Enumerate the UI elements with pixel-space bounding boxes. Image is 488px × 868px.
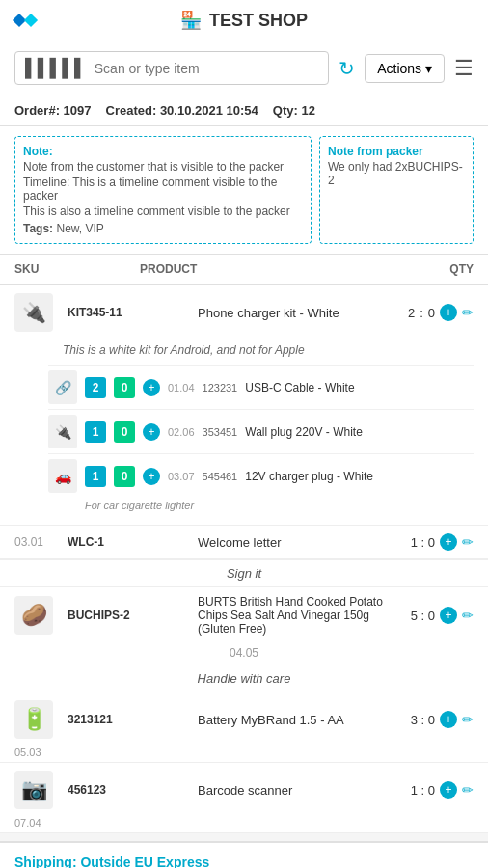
note-line-1: Note from the customer that is visible t… [23, 160, 303, 174]
product-sku-wlc: WLC-1 [68, 535, 193, 549]
note-line-3: This is also a timeline comment visible … [23, 204, 303, 218]
notes-section: Note: Note from the customer that is vis… [0, 126, 488, 255]
product-qty-chips: 5 : 0 + ✏ [396, 607, 474, 624]
scan-input[interactable] [95, 61, 318, 76]
product-name-battery: Battery MyBRand 1.5 - AA [198, 713, 392, 727]
scan-bar: ▌▌▌▌▌ ↻ Actions ▾ ☰ [0, 41, 488, 95]
product-sku-kit: KIT345-11 [68, 306, 193, 319]
qty-box-scanned-2: 1 [85, 421, 106, 443]
chips-num-display: 04.05 [0, 643, 488, 665]
product-num-battery: 05.03 [14, 746, 41, 758]
shipping-method-value: Outside EU Express [80, 854, 209, 868]
product-name-wlc: Welcome letter [198, 535, 392, 550]
qty-box-scanned-1: 2 [85, 377, 106, 398]
product-row-wlc: 03.01 WLC-1 Welcome letter 1 : 0 + ✏ [0, 526, 488, 560]
created-label: Created: [106, 103, 157, 118]
simple-row-wlc: 03.01 WLC-1 Welcome letter 1 : 0 + ✏ [0, 526, 488, 559]
note-line-2: Timeline: This is a timeline comment vis… [23, 176, 303, 203]
product-name-kit: Phone charger kit - White [198, 306, 392, 320]
qty-info: Qty: 12 [273, 103, 315, 118]
product-num-chips: 04.05 [230, 646, 258, 660]
shipping-section: Shipping: Outside EU Express Shipping ad… [0, 841, 488, 868]
qty-box-zero-3: 0 [114, 466, 135, 487]
actions-button[interactable]: Actions ▾ [365, 54, 445, 83]
qty-add-button-chips[interactable]: + [440, 607, 457, 624]
sub-item-image-2: 🔌 [48, 415, 77, 448]
product-image-kit: 🔌 [14, 293, 53, 332]
qty-box-scanned-3: 1 [85, 466, 106, 487]
add-button-sub-3[interactable]: + [143, 468, 160, 485]
sub-item-1: 🔗 2 0 + 01.04 123231 USB-C Cable - White [48, 365, 474, 409]
sub-item-name-1: USB-C Cable - White [245, 381, 474, 394]
sub-item-image-1: 🔗 [48, 370, 77, 404]
sub-item-sku-3: 545461 [203, 471, 238, 482]
packer-note: Note from packer We only had 2xBUCHIPS-2 [319, 136, 474, 244]
qty-add-button-scanner[interactable]: + [440, 781, 457, 799]
product-row-battery: 🔋 3213121 Battery MyBRand 1.5 - AA 3 : 0… [0, 692, 488, 763]
product-sku-battery: 3213121 [68, 713, 193, 726]
qty-edit-button-scanner[interactable]: ✏ [462, 782, 474, 798]
table-header: SKU PRODUCT QTY [0, 255, 488, 285]
qty-edit-button-chips[interactable]: ✏ [462, 608, 474, 623]
scan-input-wrapper[interactable]: ▌▌▌▌▌ [14, 51, 329, 85]
product-image-chips: 🥔 [14, 596, 53, 635]
product-main-scanner: 📷 456123 Barcode scanner 1 : 0 + ✏ [0, 763, 488, 817]
menu-button[interactable]: ☰ [454, 56, 474, 81]
order-hash-label: Order#: [14, 103, 60, 118]
note-label: Note: [23, 145, 53, 158]
sub-item-num-3: 03.07 [168, 471, 195, 482]
product-main-kit: 🔌 KIT345-11 Phone charger kit - White 2 … [0, 285, 488, 339]
qty-edit-button-wlc[interactable]: ✏ [462, 534, 474, 550]
created-date: 30.10.2021 10:54 [160, 103, 258, 118]
sub-items-kit: 🔗 2 0 + 01.04 123231 USB-C Cable - White… [0, 365, 488, 525]
product-main-battery: 🔋 3213121 Battery MyBRand 1.5 - AA 3 : 0… [0, 692, 488, 746]
order-info: Order#: 1097 Created: 30.10.2021 10:54 Q… [0, 95, 488, 126]
qty-display-scanner: 1 : 0 [411, 783, 435, 798]
sub-item-image-3: 🚗 [48, 459, 77, 493]
packer-note-text: We only had 2xBUCHIPS-2 [328, 160, 465, 187]
qty-add-button-wlc[interactable]: + [440, 533, 457, 551]
sub-item-name-2: Wall plug 220V - White [245, 425, 474, 439]
product-num-scanner: 07.04 [14, 817, 41, 828]
tags-value: New, VIP [56, 222, 103, 235]
product-main-chips: 🥔 BUCHIPS-2 BURTS British Hand Cooked Po… [0, 587, 488, 643]
col-qty: QTY [396, 262, 474, 276]
sub-item-sku-1: 123231 [203, 382, 238, 393]
product-image-battery: 🔋 [14, 700, 53, 739]
sub-item-note-3: For car cigarette lighter [48, 498, 474, 517]
qty-add-button-battery[interactable]: + [440, 711, 457, 728]
sub-item-num-1: 01.04 [168, 382, 195, 393]
shop-name: TEST SHOP [209, 11, 308, 31]
qty-display-chips: 5 : 0 [411, 609, 435, 623]
shipping-label: Shipping: [14, 854, 77, 868]
shipping-method: Shipping: Outside EU Express [14, 854, 474, 868]
product-note-kit: This is a white kit for Android, and not… [0, 339, 488, 365]
qty-value: 12 [301, 103, 314, 118]
customer-note: Note: Note from the customer that is vis… [14, 136, 312, 244]
qty-scanned-kit: 2 [408, 306, 415, 320]
sub-item-3: 🚗 1 0 + 03.07 545461 12V charger plug - … [48, 453, 474, 498]
tags-row: Tags: New, VIP [23, 222, 303, 235]
scanner-num-row: 07.04 [0, 817, 488, 832]
sub-item-name-3: 12V charger plug - White [245, 470, 474, 483]
product-sku-chips: BUCHIPS-2 [68, 609, 193, 622]
product-name-scanner: Barcode scanner [198, 783, 392, 798]
product-image-scanner: 📷 [14, 771, 53, 809]
product-name-chips: BURTS British Hand Cooked Potato Chips S… [198, 595, 392, 636]
refresh-button[interactable]: ↻ [339, 57, 355, 80]
add-button-sub-1[interactable]: + [143, 379, 160, 396]
qty-add-button-kit[interactable]: + [440, 304, 457, 321]
shop-title: 🏪 TEST SHOP [180, 10, 308, 31]
qty-edit-button-kit[interactable]: ✏ [462, 305, 474, 320]
product-qty-kit: 2 : 0 + ✏ [396, 304, 474, 321]
product-qty-scanner: 1 : 0 + ✏ [396, 781, 474, 799]
qty-display-battery: 3 : 0 [411, 713, 435, 727]
product-row-chips: 🥔 BUCHIPS-2 BURTS British Hand Cooked Po… [0, 587, 488, 665]
order-label: Order#: 1097 [14, 103, 92, 118]
section-label-sign: Sign it [0, 560, 488, 587]
qty-edit-button-battery[interactable]: ✏ [462, 712, 474, 727]
col-product: PRODUCT [140, 262, 396, 276]
qty-box-zero-2: 0 [114, 421, 135, 443]
add-button-sub-2[interactable]: + [143, 423, 160, 441]
product-sku-scanner: 456123 [68, 783, 193, 797]
